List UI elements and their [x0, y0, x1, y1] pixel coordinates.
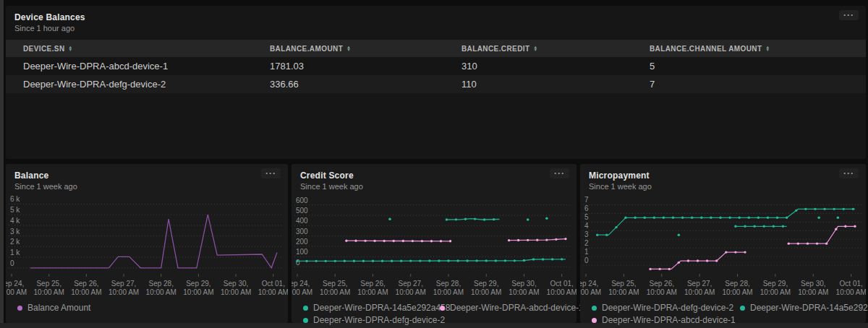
svg-text:Sep 27,: Sep 27, — [687, 280, 712, 288]
svg-text:10:00 AM: 10:00 AM — [396, 288, 426, 296]
table-header-row: DEVICE.SN ▴▾ BALANCE.AMOUNT ▴▾ BALANCE.C… — [6, 40, 866, 57]
svg-text:Sep 24,: Sep 24, — [292, 280, 310, 288]
svg-text:Sep 29,: Sep 29, — [474, 280, 498, 288]
svg-text:Sep 25,: Sep 25, — [611, 280, 636, 288]
svg-text:10:00 AM: 10:00 AM — [292, 288, 312, 296]
cell-device-sn: Deeper-Wire-DPRA-abcd-device-1 — [6, 61, 252, 72]
balance-line-chart: 6 k5 k4 k3 k2 k1 k0Sep 24,10:00 AMSep 25… — [6, 192, 288, 302]
panel-menu-button[interactable]: ··· — [261, 168, 281, 178]
svg-text:Sep 29,: Sep 29, — [186, 280, 210, 288]
legend-item[interactable]: Deeper-Wire-DPRA-14a5e292a458 — [303, 302, 440, 314]
svg-text:Sep 30,: Sep 30, — [511, 280, 536, 288]
svg-text:10:00 AM: 10:00 AM — [471, 288, 501, 296]
legend-dot-icon — [17, 306, 22, 311]
panel-menu-button[interactable]: ··· — [839, 10, 859, 20]
credit-score-panel: Credit Score Since 1 week ago ··· 600500… — [292, 164, 576, 323]
svg-text:10:00 AM: 10:00 AM — [34, 288, 64, 296]
column-header-balance-amount[interactable]: BALANCE.AMOUNT ▴▾ — [252, 45, 444, 53]
legend-label: Deeper-Wire-DPRA-defg-device-2 — [602, 303, 733, 313]
panel-menu-button[interactable]: ··· — [550, 168, 569, 178]
svg-text:10:00 AM: 10:00 AM — [71, 288, 101, 296]
svg-text:10:00 AM: 10:00 AM — [760, 288, 791, 296]
svg-text:600: 600 — [296, 197, 308, 204]
svg-text:300: 300 — [296, 228, 308, 236]
svg-text:10:00 AM: 10:00 AM — [433, 288, 464, 296]
svg-text:10:00 AM: 10:00 AM — [509, 288, 539, 296]
svg-text:Oct 01,: Oct 01, — [262, 280, 285, 288]
svg-text:2: 2 — [584, 239, 589, 247]
svg-text:Sep 24,: Sep 24, — [6, 280, 24, 288]
legend-label: Deeper-Wire-DPRA-abcd-device-1 — [602, 315, 736, 325]
table-row: Deeper-Wire-DPRA-defg-device-2 336.66 11… — [6, 75, 866, 93]
svg-text:10:00 AM: 10:00 AM — [580, 288, 601, 296]
legend-item[interactable]: Deeper-Wire-DPRA-abcd-device-1 — [440, 302, 584, 314]
legend-label: Deeper-Wire-DPRA-14a5e292a458 — [313, 303, 450, 313]
svg-text:Sep 27,: Sep 27, — [398, 280, 422, 288]
column-label: BALANCE.AMOUNT — [270, 45, 343, 53]
svg-text:0: 0 — [10, 259, 14, 267]
panel-subtitle: Since 1 hour ago — [14, 24, 857, 33]
sort-icon: ▴▾ — [535, 46, 537, 51]
legend-dot-icon — [440, 306, 445, 311]
legend-item[interactable]: Deeper-Wire-DPRA-abcd-device-1 — [592, 314, 740, 326]
cell-balance-channel-amount: 5 — [632, 61, 866, 72]
sort-icon: ▴▾ — [69, 46, 72, 51]
panel-title: Micropayment — [589, 171, 857, 181]
panel-menu-button[interactable]: ··· — [839, 168, 859, 178]
panel-title: Balance — [14, 171, 279, 181]
panel-subtitle: Since 1 week ago — [300, 182, 568, 191]
legend-dot-icon — [592, 306, 597, 311]
panel-head: Micropayment Since 1 week ago ··· — [580, 164, 866, 191]
balance-panel: Balance Since 1 week ago ··· 6 k5 k4 k3 … — [6, 164, 288, 323]
legend-item[interactable]: Balance Amount — [17, 302, 288, 314]
panel-head: Credit Score Since 1 week ago ··· — [292, 164, 576, 191]
svg-text:10:00 AM: 10:00 AM — [798, 288, 828, 296]
sort-icon: ▴▾ — [347, 46, 350, 51]
svg-text:400: 400 — [296, 217, 308, 225]
svg-text:Sep 29,: Sep 29, — [763, 280, 788, 288]
svg-text:5 k: 5 k — [10, 206, 20, 214]
device-balances-panel: Device Balances Since 1 hour ago ··· DEV… — [6, 6, 866, 159]
column-header-balance-credit[interactable]: BALANCE.CREDIT ▴▾ — [444, 45, 632, 53]
chart-legend: Balance Amount — [6, 302, 288, 314]
legend-label: Deeper-Wire-DPRA-14a5e292a458 — [750, 303, 868, 313]
svg-text:0: 0 — [296, 259, 300, 267]
column-header-balance-channel-amount[interactable]: BALANCE.CHANNEL AMOUNT ▴▾ — [632, 45, 866, 53]
svg-text:4: 4 — [584, 222, 589, 230]
legend-item[interactable]: Deeper-Wire-DPRA-defg-device-2 — [303, 314, 440, 326]
micropayment-panel: Micropayment Since 1 week ago ··· 765432… — [580, 164, 866, 323]
svg-text:10:00 AM: 10:00 AM — [684, 288, 715, 296]
svg-text:Sep 28,: Sep 28, — [725, 280, 749, 288]
svg-text:Sep 30,: Sep 30, — [224, 280, 248, 288]
svg-text:Sep 25,: Sep 25, — [323, 280, 347, 288]
legend-item[interactable]: Deeper-Wire-DPRA-defg-device-2 — [592, 302, 740, 314]
svg-text:3: 3 — [584, 230, 589, 238]
column-header-device-sn[interactable]: DEVICE.SN ▴▾ — [6, 45, 252, 53]
column-label: BALANCE.CHANNEL AMOUNT — [650, 45, 762, 53]
table-row: Deeper-Wire-DPRA-abcd-device-1 1781.03 3… — [6, 57, 866, 75]
svg-text:10:00 AM: 10:00 AM — [722, 288, 752, 296]
svg-text:Sep 24,: Sep 24, — [580, 280, 598, 288]
svg-text:10:00 AM: 10:00 AM — [258, 288, 288, 296]
svg-text:10:00 AM: 10:00 AM — [109, 288, 139, 296]
svg-text:6 k: 6 k — [10, 195, 20, 203]
legend-dot-icon — [740, 306, 745, 311]
credit-score-line-chart: 6005004003002001000Sep 24,10:00 AMSep 25… — [292, 192, 576, 302]
svg-text:100: 100 — [296, 248, 308, 256]
svg-text:4 k: 4 k — [10, 217, 20, 225]
column-label: BALANCE.CREDIT — [461, 45, 530, 53]
svg-text:10:00 AM: 10:00 AM — [608, 288, 639, 296]
svg-text:Oct 01,: Oct 01, — [550, 280, 574, 288]
column-label: DEVICE.SN — [23, 45, 65, 53]
svg-text:1: 1 — [584, 248, 589, 256]
svg-text:2 k: 2 k — [10, 238, 20, 246]
svg-text:7: 7 — [584, 196, 589, 204]
svg-text:10:00 AM: 10:00 AM — [183, 288, 213, 296]
svg-text:Sep 27,: Sep 27, — [111, 280, 136, 288]
svg-text:Sep 26,: Sep 26, — [74, 280, 98, 288]
legend-dot-icon — [303, 318, 308, 323]
svg-text:10:00 AM: 10:00 AM — [221, 288, 251, 296]
cell-balance-credit: 310 — [444, 61, 632, 72]
legend-item[interactable]: Deeper-Wire-DPRA-14a5e292a458 — [740, 302, 868, 314]
chart-legend: Deeper-Wire-DPRA-14a5e292a458 Deeper-Wir… — [292, 302, 576, 326]
